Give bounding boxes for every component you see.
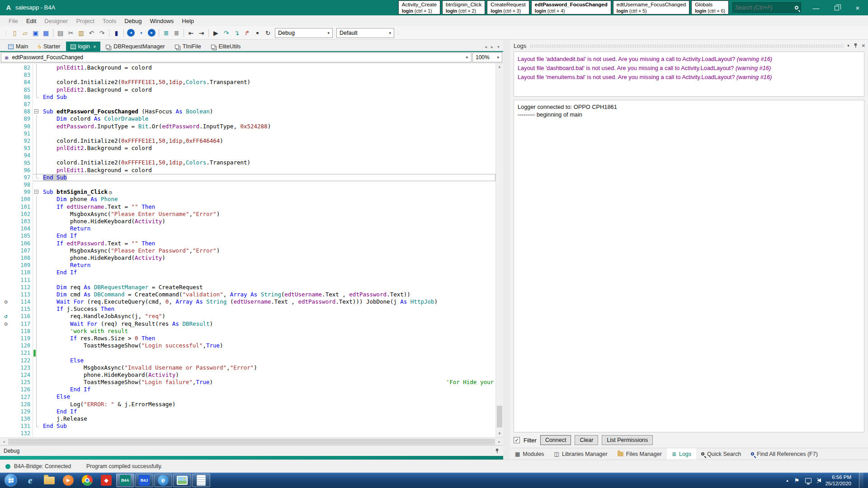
bookmark-icon[interactable]: ▮: [111, 28, 122, 38]
quick-tab-edtPassword_FocusChanged[interactable]: edtPassword_FocusChangedlogin (ctrl + 4): [531, 0, 611, 14]
code-text[interactable]: req.HandleJobAsync(j, "req"): [40, 313, 495, 320]
doc-tab-login[interactable]: login×: [66, 42, 101, 51]
code-editor[interactable]: 82pnlEdit1.Background = colord8384colord…: [0, 63, 503, 437]
redo-icon[interactable]: ↷: [97, 28, 107, 38]
code-text[interactable]: Wait For (req.ExecuteQuery(cmd, 0, Array…: [40, 298, 495, 305]
quick-tab-Activity_Create[interactable]: Activity_Createlogin (ctrl + 1): [398, 0, 440, 14]
doc-tab-main[interactable]: Main: [4, 42, 33, 51]
quick-tab-CreateRequest[interactable]: CreateRequestlogin (ctrl + 3): [487, 0, 529, 14]
run-icon[interactable]: ▶: [211, 28, 221, 38]
menu-tools[interactable]: Tools: [99, 17, 120, 25]
code-text[interactable]: End Sub: [40, 422, 495, 430]
connect-button[interactable]: Connect: [540, 435, 571, 445]
b4j-taskbar-button[interactable]: B4J: [135, 474, 153, 487]
save-icon[interactable]: ▣: [30, 28, 41, 38]
code-text[interactable]: MsgboxAsync("Please Enter Password","Err…: [40, 247, 495, 254]
code-text[interactable]: [40, 152, 495, 159]
doc-tab-starter[interactable]: ϟStarter: [33, 42, 65, 51]
comment-icon[interactable]: ≣: [161, 28, 171, 38]
quick-tab-edtUsername_FocusChanged[interactable]: edtUsername_FocusChangedlogin (ctrl + 5): [613, 0, 689, 14]
step-over-icon[interactable]: ↷: [221, 28, 231, 38]
file-explorer-icon[interactable]: [40, 474, 58, 487]
code-text[interactable]: [40, 101, 495, 108]
media-player-icon[interactable]: ▶: [59, 474, 77, 487]
code-text[interactable]: If edtUsername.Text = "" Then: [40, 203, 495, 211]
pane-splitter[interactable]: [503, 40, 510, 460]
menu-edit[interactable]: Edit: [22, 17, 40, 25]
action-center-icon[interactable]: ⚑: [794, 477, 800, 484]
chrome-icon[interactable]: [78, 474, 96, 487]
menu-project[interactable]: Project: [72, 17, 98, 25]
code-text[interactable]: edtPassword.InputType = Bit.Or(edtPasswo…: [40, 123, 495, 130]
code-text[interactable]: phone.HideKeyboard(Activity): [40, 218, 495, 225]
member-selector[interactable]: ◉ edtPassword_FocusChanged ▾: [1, 52, 472, 62]
menu-designer[interactable]: Designer: [40, 17, 72, 25]
code-text[interactable]: Log("ERROR: " & j.ErrorMessage): [40, 401, 495, 408]
remote-app-icon[interactable]: ◆: [97, 474, 115, 487]
quick-tab-Globals[interactable]: Globalslogin (ctrl + 6): [691, 0, 729, 14]
outdent-icon[interactable]: ⇤: [186, 28, 196, 38]
debug-mode-select[interactable]: Debug▾: [275, 28, 333, 38]
start-button[interactable]: [5, 474, 17, 487]
code-text[interactable]: colord.Initialize2(0xFFFFE1E1,50,1dip,Co…: [40, 159, 495, 166]
fold-minus-icon[interactable]: −: [34, 190, 38, 194]
show-desktop-button[interactable]: [859, 473, 863, 488]
code-text[interactable]: pnlEdit1.Background = colord: [40, 64, 495, 71]
menu-help[interactable]: Help: [178, 17, 198, 25]
code-text[interactable]: phone.HideKeyboard(Activity): [40, 254, 495, 262]
code-text[interactable]: Dim phone As Phone: [40, 196, 495, 203]
build-config-select[interactable]: Default▾: [336, 28, 394, 38]
scrollbar-thumb[interactable]: [8, 439, 495, 445]
editor-vertical-scrollbar[interactable]: ▲ ▼: [495, 63, 503, 437]
search-input[interactable]: [735, 5, 795, 11]
code-text[interactable]: Dim cmd As DBCommand = CreateCommand("va…: [40, 291, 495, 298]
code-text[interactable]: Sub edtPassword_FocusChanged (HasFocus A…: [40, 108, 495, 115]
code-text[interactable]: End If: [40, 386, 495, 393]
toolbar-overflow[interactable]: ⋮: [396, 30, 400, 35]
tool-tab-quick-search[interactable]: Quick Search: [696, 448, 746, 460]
close-tab-icon[interactable]: ×: [93, 44, 96, 49]
pin-icon[interactable]: [495, 448, 500, 454]
panel-drag-handle[interactable]: [530, 44, 844, 48]
open-project-icon[interactable]: ▱: [20, 28, 30, 38]
stop-icon[interactable]: ■: [252, 28, 263, 38]
navigate-back-menu-icon[interactable]: ▾: [136, 28, 146, 38]
code-text[interactable]: colord.Initialize2(0xFFFFE1E1,50,1dip,0x…: [40, 137, 495, 145]
code-text[interactable]: If res.Rows.Size > 0 Then: [40, 335, 495, 342]
code-text[interactable]: Dim req As DBRequestManager = CreateRequ…: [40, 284, 495, 291]
doc-tab-eliteutils[interactable]: EliteUtils: [207, 42, 245, 51]
uncomment-icon[interactable]: ≣: [171, 28, 182, 38]
code-text[interactable]: Dim colord As ColorDrawable: [40, 115, 495, 122]
code-text[interactable]: End Sub: [40, 174, 495, 181]
fold-collapse-icon[interactable]: −: [33, 188, 40, 196]
zoom-selector[interactable]: 100% ▾: [472, 52, 502, 62]
tool-tab-libraries-manager[interactable]: ◫Libraries Manager: [549, 448, 613, 460]
navigate-back-icon[interactable]: ◂: [127, 29, 135, 37]
code-text[interactable]: Return: [40, 225, 495, 232]
wait-clock-icon[interactable]: ◷: [0, 320, 12, 328]
b4a-taskbar-button[interactable]: B4A: [116, 474, 134, 487]
code-text[interactable]: ToastMessageShow("Login failure",True)'F…: [40, 379, 495, 386]
code-text[interactable]: [40, 430, 495, 437]
code-text[interactable]: Wait For (req) req_Result(res As DBResul…: [40, 320, 495, 328]
code-text[interactable]: pnlEdit1.Background = colord: [40, 167, 495, 174]
code-text[interactable]: pnlEdit2.Background = colord: [40, 145, 495, 152]
warnings-list[interactable]: Layout file 'addandedit.bal' is not used…: [514, 52, 864, 97]
code-text[interactable]: [40, 130, 495, 137]
save-all-icon[interactable]: ▦: [41, 28, 51, 38]
menu-debug[interactable]: Debug: [120, 17, 146, 25]
code-text[interactable]: Sub btnSignin_Click◷: [40, 188, 495, 196]
scroll-right-icon[interactable]: ▸: [495, 440, 503, 444]
tray-expand-icon[interactable]: ▴: [786, 478, 788, 483]
code-text[interactable]: Else: [40, 357, 495, 364]
doc-tab-dbrequestmanager[interactable]: DBRequestManager: [101, 42, 169, 51]
resumable-sub-icon[interactable]: ↺: [0, 313, 12, 320]
tool-tab-find-all-references-f7-[interactable]: Find All References (F7): [746, 448, 823, 460]
menu-file[interactable]: File: [5, 17, 22, 25]
minimize-button[interactable]: —: [806, 4, 826, 12]
step-out-icon[interactable]: ↱: [242, 28, 252, 38]
tool-tab-logs[interactable]: ≣Logs: [667, 448, 696, 460]
code-text[interactable]: phone.HideKeyboard(Activity): [40, 371, 495, 379]
code-text[interactable]: End Sub: [40, 94, 495, 101]
fold-minus-icon[interactable]: −: [34, 109, 38, 113]
